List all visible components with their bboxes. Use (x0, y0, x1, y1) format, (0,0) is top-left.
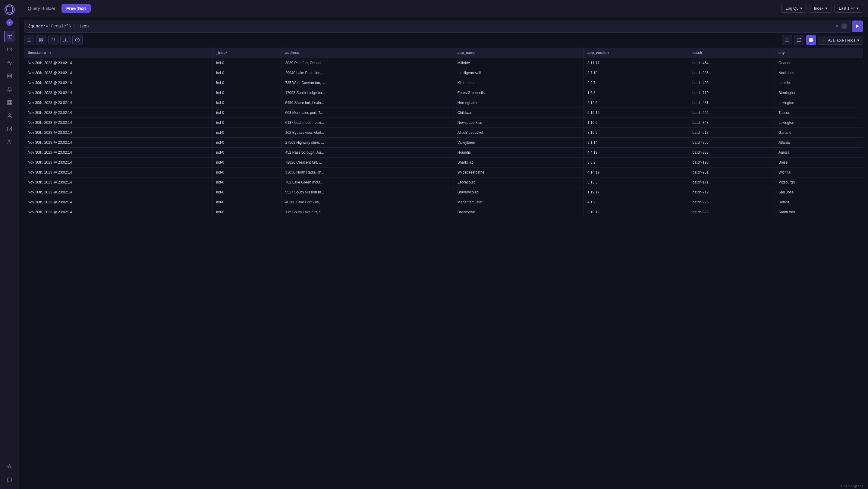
cell-_index: ind-0 (213, 98, 282, 108)
svg-rect-50 (812, 40, 813, 42)
col-city[interactable]: city (775, 47, 863, 58)
sidebar-item-logs[interactable] (4, 31, 15, 41)
cell-_index: ind-0 (213, 148, 282, 158)
logql-button[interactable]: Log QL ▾ (781, 4, 807, 13)
sort-icon: ↑↓ (48, 51, 51, 55)
svg-rect-9 (7, 76, 9, 78)
table-row[interactable]: Nov 30th, 2023 @ 23:02:14ind-05459 Shore… (24, 98, 863, 108)
svg-line-26 (8, 465, 8, 465)
time-range-button[interactable]: Last 1 Hr ▾ (834, 4, 863, 13)
table-row[interactable]: Nov 30th, 2023 @ 23:02:14ind-0452 Pass b… (24, 148, 863, 158)
toolbar-right: Available Fields ▾ (782, 35, 863, 45)
cell-_index: ind-0 (213, 88, 282, 98)
table-row[interactable]: Nov 30th, 2023 @ 23:02:14ind-06137 Loaf … (24, 118, 863, 128)
svg-rect-15 (9, 102, 10, 103)
col-app-version[interactable]: app_version (584, 47, 689, 58)
cell-app_name: Newspaperkiss (454, 118, 584, 128)
tab-free-text[interactable]: Free Text (61, 4, 91, 13)
view-table-button[interactable] (806, 35, 816, 45)
svg-rect-21 (7, 127, 12, 131)
svg-rect-8 (10, 74, 11, 75)
sidebar-item-alerts[interactable] (4, 84, 15, 95)
svg-line-27 (11, 468, 11, 468)
main-content: Query Builder Free Text Log QL ▾ Index ▾… (19, 0, 868, 489)
table-row[interactable]: Nov 30th, 2023 @ 23:02:14ind-040260 Lake… (24, 197, 863, 207)
table-row[interactable]: Nov 30th, 2023 @ 23:02:14ind-0735 West C… (24, 78, 863, 88)
sidebar-item-traces[interactable] (4, 57, 15, 68)
cell-address: 452 Pass borough, Au... (281, 148, 454, 158)
cell-batch: batch-464 (689, 58, 775, 68)
cell-timestamp: Nov 30th, 2023 @ 23:02:14 (24, 158, 213, 167)
table-row[interactable]: Nov 30th, 2023 @ 23:02:14ind-027569 High… (24, 138, 863, 148)
cell-address: 17095 South Lodge bu... (281, 88, 454, 98)
sidebar-item-grid[interactable] (4, 97, 15, 108)
sidebar-expand-button[interactable]: › (6, 19, 13, 26)
table-row[interactable]: Nov 30th, 2023 @ 23:02:14ind-033050 Nort… (24, 167, 863, 177)
sidebar-item-user[interactable] (4, 110, 15, 121)
sidebar-item-settings[interactable] (4, 461, 15, 472)
cell-timestamp: Nov 30th, 2023 @ 23:02:14 (24, 177, 213, 187)
cell-app_version: 4.14.19 (584, 167, 689, 177)
cell-app_version: 3.8.2 (584, 158, 689, 167)
cell-_index: ind-0 (213, 187, 282, 197)
svg-marker-32 (856, 24, 859, 28)
cell-batch: batch-408 (689, 78, 775, 88)
cell-app_name: Sharkclap (454, 158, 584, 167)
cell-city: Detroit (775, 197, 863, 207)
cell-timestamp: Nov 30th, 2023 @ 23:02:14 (24, 118, 213, 128)
table-row[interactable]: Nov 30th, 2023 @ 23:02:14ind-0782 Lake G… (24, 177, 863, 187)
col-batch[interactable]: batch (689, 47, 775, 58)
cell-batch: batch-193 (689, 158, 775, 167)
col-timestamp[interactable]: timestamp ↑↓ (24, 47, 213, 58)
list-view-button[interactable] (24, 35, 34, 45)
topbar: Query Builder Free Text Log QL ▾ Index ▾… (19, 0, 868, 17)
cell-app_version: 4.4.19 (584, 148, 689, 158)
sidebar-item-saved[interactable] (4, 124, 15, 134)
searchbar-row: × i (19, 17, 868, 33)
run-query-button[interactable] (852, 21, 863, 32)
cell-app_name: Braverycould (454, 187, 584, 197)
query-input[interactable] (28, 24, 835, 29)
tab-query-builder[interactable]: Query Builder (24, 4, 59, 13)
index-button[interactable]: Index ▾ (809, 4, 832, 13)
table-row[interactable]: Nov 30th, 2023 @ 23:02:14ind-0115 South … (24, 207, 863, 217)
info-icon[interactable]: i (841, 23, 847, 29)
sidebar-item-metrics[interactable] (4, 44, 15, 55)
cell-address: 663 Mountains port, T... (281, 108, 454, 118)
svg-rect-10 (10, 76, 11, 78)
cell-city: Tucson (775, 108, 863, 118)
col-index[interactable]: _index (213, 47, 282, 58)
cell-app_name: Zebracould (454, 177, 584, 187)
table-row[interactable]: Nov 30th, 2023 @ 23:02:14ind-0162 Bypass… (24, 128, 863, 138)
col-address[interactable]: address (281, 47, 454, 58)
grid-view-button[interactable] (36, 35, 46, 45)
table-row[interactable]: Nov 30th, 2023 @ 23:02:14ind-0663 Mounta… (24, 108, 863, 118)
cell-timestamp: Nov 30th, 2023 @ 23:02:14 (24, 98, 213, 108)
view-list-button[interactable] (782, 35, 792, 45)
cell-batch: batch-518 (689, 128, 775, 138)
table-row[interactable]: Nov 30th, 2023 @ 23:02:14ind-072826 Cres… (24, 158, 863, 167)
alert-button[interactable] (48, 35, 59, 45)
cell-city: Birmingha (775, 88, 863, 98)
table-row[interactable]: Nov 30th, 2023 @ 23:02:14ind-029940 Lake… (24, 68, 863, 78)
table-row[interactable]: Nov 30th, 2023 @ 23:02:14ind-03039 Pine … (24, 58, 863, 68)
cell-app_version: 3.13.5 (584, 177, 689, 187)
available-fields-button[interactable]: Available Fields ▾ (818, 36, 863, 44)
cell-app_version: 1.19.17 (584, 187, 689, 197)
cell-timestamp: Nov 30th, 2023 @ 23:02:14 (24, 78, 213, 88)
sidebar-item-chat[interactable] (4, 475, 15, 485)
sidebar-item-dashboards[interactable] (4, 70, 15, 82)
info-button[interactable] (72, 35, 83, 45)
sidebar-item-team[interactable] (4, 137, 15, 148)
table-row[interactable]: Nov 30th, 2023 @ 23:02:14ind-017095 Sout… (24, 88, 863, 98)
cell-address: 29940 Lake Park side,... (281, 68, 454, 78)
table-row[interactable]: Nov 30th, 2023 @ 23:02:14ind-05527 South… (24, 187, 863, 197)
cell-address: 5459 Shore fort, Lexin... (281, 98, 454, 108)
clear-icon[interactable]: × (835, 24, 838, 29)
download-button[interactable] (60, 35, 70, 45)
cell-_index: ind-0 (213, 108, 282, 118)
results-table: timestamp ↑↓ _index address app_name app… (24, 47, 863, 217)
cell-batch: batch-719 (689, 88, 775, 98)
view-wrap-button[interactable] (794, 35, 804, 45)
col-app-name[interactable]: app_name (454, 47, 584, 58)
